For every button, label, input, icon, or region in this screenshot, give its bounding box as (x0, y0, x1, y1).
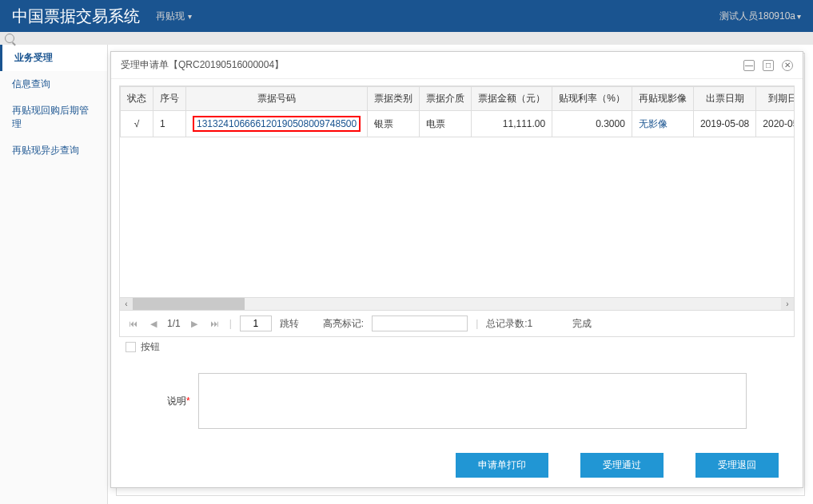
th-issue-date[interactable]: 出票日期 (693, 87, 755, 111)
jump-label[interactable]: 跳转 (280, 317, 299, 331)
cell-due-date: 2020-05-05 (756, 111, 795, 137)
page-number-input[interactable] (240, 315, 272, 331)
pagination-bar: ⏮ ◀ 1/1 ▶ ⏭ | 跳转 高亮标记: | 总记录数:1 完成 (119, 311, 795, 337)
image-link[interactable]: 无影像 (639, 118, 668, 129)
cell-bill-no: 131324106666120190508009748500 (186, 111, 368, 137)
sidebar-item-async-query[interactable]: 再贴现异步查询 (0, 137, 107, 164)
th-due-date[interactable]: 到期日期 (756, 87, 795, 111)
table-row[interactable]: √ 1 131324106666120190508009748500 银票 电票… (121, 111, 795, 137)
desc-label: 说明* (167, 395, 190, 408)
page-first-icon[interactable]: ⏮ (126, 319, 140, 328)
bill-no-highlight[interactable]: 131324106666120190508009748500 (193, 116, 361, 132)
maximize-icon[interactable]: □ (763, 60, 774, 71)
th-category[interactable]: 票据类别 (368, 87, 420, 111)
sidebar: 业务受理 信息查询 再贴现回购后期管理 再贴现异步查询 (0, 45, 108, 504)
description-textarea[interactable] (198, 373, 747, 429)
th-seq[interactable]: 序号 (153, 87, 186, 111)
page-next-icon[interactable]: ▶ (189, 319, 200, 329)
print-button[interactable]: 申请单打印 (456, 453, 548, 478)
th-image[interactable]: 再贴现影像 (632, 87, 693, 111)
button-section-label: 按钮 (141, 340, 160, 354)
th-bill-no[interactable]: 票据号码 (186, 87, 368, 111)
close-icon[interactable]: ✕ (782, 60, 793, 71)
button-section: 按钮 (119, 337, 795, 357)
scroll-left-icon[interactable]: ‹ (120, 298, 133, 310)
data-table-wrap[interactable]: 状态 序号 票据号码 票据类别 票据介质 票据金额（元） 贴现利率（%） 再贴现… (119, 85, 795, 298)
cell-image: 无影像 (632, 111, 693, 137)
cell-amount: 11,111.00 (472, 111, 552, 137)
cell-seq: 1 (153, 111, 186, 137)
dialog-header: 受理申请单【QRC20190516000004】 — □ ✕ (111, 52, 803, 79)
cell-status: √ (121, 111, 153, 137)
cell-medium: 电票 (420, 111, 472, 137)
highlight-label: 高亮标记: (323, 317, 364, 331)
minimize-icon[interactable]: — (743, 60, 755, 71)
search-icon[interactable] (5, 34, 14, 43)
app-header: 中国票据交易系统 再贴现 测试人员180910a (0, 0, 813, 32)
app-title: 中国票据交易系统 (12, 6, 140, 27)
th-amount[interactable]: 票据金额（元） (472, 87, 552, 111)
cell-category: 银票 (368, 111, 420, 137)
total-records: 总记录数:1 (486, 317, 532, 331)
approve-button[interactable]: 受理通过 (580, 453, 664, 478)
horizontal-scrollbar[interactable]: ‹ › (119, 298, 795, 311)
dialog-footer: 申请单打印 受理通过 受理退回 (111, 443, 803, 487)
description-section: 说明* (119, 357, 795, 437)
scroll-right-icon[interactable]: › (781, 298, 794, 310)
status-label: 完成 (572, 317, 592, 331)
sidebar-item-query[interactable]: 信息查询 (0, 71, 107, 97)
bill-table: 状态 序号 票据号码 票据类别 票据介质 票据金额（元） 贴现利率（%） 再贴现… (120, 86, 795, 137)
button-checkbox[interactable] (126, 342, 136, 352)
header-user-menu[interactable]: 测试人员180910a (719, 10, 801, 23)
th-status[interactable]: 状态 (121, 87, 153, 111)
page-info: 1/1 (167, 318, 181, 329)
page-last-icon[interactable]: ⏭ (208, 319, 221, 328)
highlight-input[interactable] (372, 315, 468, 331)
th-medium[interactable]: 票据介质 (420, 87, 472, 111)
cell-rate: 0.3000 (552, 111, 632, 137)
toolbar (0, 32, 813, 45)
reject-button[interactable]: 受理退回 (695, 453, 779, 478)
sidebar-item-repurchase[interactable]: 再贴现回购后期管理 (0, 97, 107, 137)
th-rate[interactable]: 贴现利率（%） (552, 87, 632, 111)
page-prev-icon[interactable]: ◀ (148, 319, 159, 329)
dialog-title: 受理申请单【QRC20190516000004】 (121, 58, 284, 72)
sidebar-item-business[interactable]: 业务受理 (0, 45, 107, 71)
cell-issue-date: 2019-05-08 (693, 111, 755, 137)
acceptance-dialog: 受理申请单【QRC20190516000004】 — □ ✕ 状态 序号 票据号… (110, 51, 803, 488)
header-submenu[interactable]: 再贴现 (156, 10, 192, 23)
scroll-thumb[interactable] (133, 298, 245, 310)
